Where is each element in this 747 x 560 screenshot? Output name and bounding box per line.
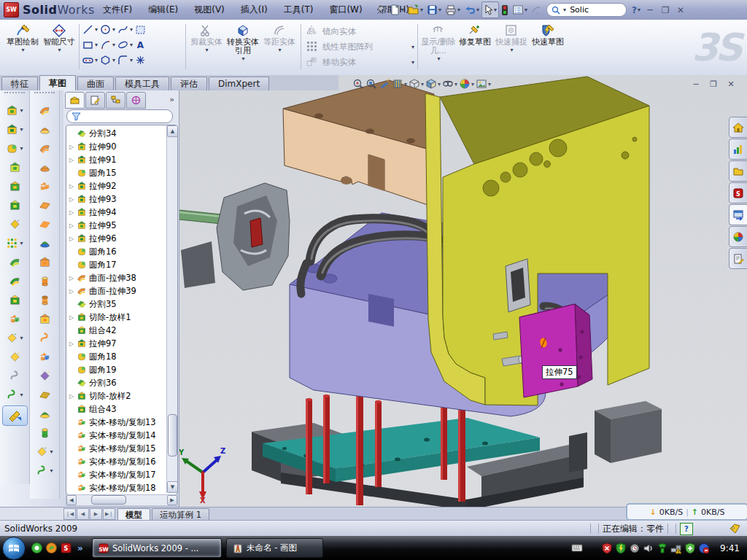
tree-item[interactable]: 实体-移动/复制16 — [66, 455, 166, 468]
hose-clip[interactable] — [506, 259, 530, 312]
open-button[interactable]: ▾ — [406, 2, 425, 18]
surfaces-tool-16[interactable] — [30, 404, 59, 423]
features-tool-4[interactable] — [0, 176, 29, 195]
tray-keyboard-icon[interactable] — [571, 542, 583, 554]
pin-button[interactable] — [374, 2, 387, 18]
tags-icon[interactable] — [728, 524, 741, 534]
menu-2[interactable]: 视图(V) — [186, 1, 233, 19]
ribbon-button-smart-dimension[interactable]: 智能尺寸 ▾ — [41, 22, 77, 71]
tree-item[interactable]: 圆角17 — [66, 258, 166, 271]
menu-1[interactable]: 编辑(E) — [140, 1, 186, 19]
cm-tab-1[interactable]: 草图 — [39, 75, 76, 90]
ribbon-button-repair-sketch[interactable]: 修复草图 — [457, 22, 493, 71]
tree-item[interactable]: 分割35 — [66, 298, 166, 311]
sketch-tool-select-box[interactable] — [134, 22, 152, 37]
tree-item[interactable]: 分割36 — [66, 376, 166, 389]
tab-first-button[interactable]: ❘◀ — [63, 508, 76, 520]
surfaces-tool-2[interactable] — [30, 139, 59, 158]
doc-restore-button[interactable]: ❐ — [707, 79, 720, 90]
magenta-block[interactable] — [519, 304, 592, 397]
minimize-button[interactable]: ─ — [643, 4, 657, 17]
tree-item[interactable]: 圆角19 — [66, 363, 166, 376]
cm-tab-5[interactable]: DimXpert — [209, 77, 269, 90]
doc-minimize-button[interactable]: ─ — [689, 79, 703, 90]
scroll-up-button[interactable]: ▲ — [167, 125, 178, 137]
task-pane-tab-design-library[interactable] — [729, 139, 747, 160]
ribbon-button-convert[interactable]: 转换实体引用 ▾ — [225, 22, 261, 71]
select-arrow-button[interactable]: ▾ — [481, 1, 499, 18]
tree-item[interactable]: 组合43 — [66, 402, 166, 416]
sketch-tool-polygon[interactable]: ▾ — [99, 52, 117, 68]
quicklaunch-app-icon[interactable] — [44, 540, 58, 556]
cm-tab-4[interactable]: 评估 — [171, 77, 207, 90]
expander-icon[interactable]: ▷ — [69, 236, 74, 242]
tree-item[interactable]: ▷拉伸94 — [66, 206, 166, 219]
ribbon-button-quick-snaps[interactable]: 快速捕捉 ▾ — [493, 22, 530, 71]
ribbon-button-rapid-sketch[interactable]: 快速草图 — [530, 22, 566, 71]
features-tool-3[interactable] — [0, 158, 29, 176]
features-tool-12[interactable]: ▾ — [0, 328, 29, 347]
tree-item[interactable]: 圆角16 — [66, 245, 166, 258]
scroll-down-button[interactable]: ▼ — [167, 481, 178, 493]
tray-shield-green-icon[interactable] — [615, 542, 627, 554]
surfaces-tool-7[interactable] — [30, 233, 59, 252]
surfaces-tool-4[interactable] — [30, 176, 59, 195]
tree-item[interactable]: 实体-移动/复制15 — [66, 442, 166, 455]
tree-item[interactable]: 实体-移动/复制17 — [66, 468, 166, 481]
tree-item[interactable]: 实体-移动/复制14 — [66, 429, 166, 442]
scroll-right-button[interactable]: ▶ — [167, 495, 177, 505]
features-tool-5[interactable] — [0, 195, 29, 214]
tray-updater-icon[interactable] — [698, 542, 710, 554]
tray-speaker-icon[interactable] — [643, 542, 654, 554]
expander-icon[interactable]: ▷ — [69, 288, 74, 295]
tree-item[interactable]: ▷拉伸96 — [66, 232, 166, 245]
ribbon-button-trim[interactable]: 剪裁实体 ▾ — [188, 22, 225, 71]
help-button[interactable]: ?▾ — [630, 2, 642, 18]
tree-filter-bar[interactable] — [66, 109, 173, 123]
ribbon-button-sketch[interactable]: 草图绘制 ▾ — [4, 22, 41, 71]
save-button[interactable]: ▾ — [425, 2, 443, 18]
sketch-tool-point[interactable] — [134, 52, 152, 68]
expander-icon[interactable]: ▷ — [69, 157, 74, 163]
tray-shield-plus-icon[interactable] — [684, 542, 696, 554]
tab-model[interactable]: 模型 — [117, 508, 150, 521]
undo-button[interactable]: ▾ — [462, 2, 481, 18]
tree-item[interactable]: 组合42 — [66, 324, 166, 337]
menu-5[interactable]: 窗口(W) — [321, 1, 370, 19]
ribbon-button-move-entities[interactable]: 移动实体 ▾ — [305, 55, 414, 70]
tray-gear-clock-icon[interactable] — [629, 542, 640, 554]
feature-manager-tab[interactable] — [65, 92, 85, 109]
network-speed-overlay[interactable]: ↓ 0KB/S | ↑ 0KB/S — [626, 503, 747, 521]
quicklaunch-chevron[interactable]: » — [73, 540, 88, 556]
tree-item[interactable]: 分割34 — [66, 127, 166, 140]
tree-item[interactable]: ▷拉伸92 — [66, 179, 166, 192]
surfaces-tool-6[interactable] — [30, 214, 59, 233]
surfaces-tool-8[interactable] — [30, 252, 59, 271]
tree-item[interactable]: ▷拉伸90 — [66, 140, 166, 153]
tree-item[interactable]: ▷切除-放样2 — [66, 389, 166, 402]
top-clamp-plate[interactable] — [283, 80, 434, 207]
sketch-tool-sketch-fillet[interactable]: ▾ — [117, 52, 134, 68]
features-tool-15[interactable]: ▾ — [0, 385, 29, 404]
surfaces-tool-17[interactable] — [30, 423, 59, 442]
configuration-manager-tab[interactable] — [106, 92, 125, 109]
options-button[interactable]: ▾ — [511, 2, 529, 18]
restore-button[interactable]: ❐ — [658, 4, 673, 17]
start-button[interactable] — [2, 537, 26, 560]
expander-icon[interactable]: ▷ — [69, 275, 74, 281]
expander-icon[interactable]: ▷ — [69, 144, 74, 150]
taskbar-clock[interactable]: 9:41 — [720, 543, 740, 553]
sketch-tool-line[interactable]: ▾ — [82, 22, 99, 37]
tray-network-warning-icon[interactable]: ! — [670, 542, 682, 554]
features-tool-2[interactable]: ▾ — [0, 139, 29, 158]
dimxpert-manager-tab[interactable] — [126, 92, 146, 109]
features-tool-1[interactable]: ▾ — [0, 120, 29, 139]
surfaces-tool-12[interactable] — [30, 328, 59, 347]
task-pane-tab-custom-properties[interactable] — [729, 248, 747, 269]
search-input[interactable] — [568, 4, 611, 15]
tree-item[interactable]: ▷拉伸91 — [66, 153, 166, 166]
property-manager-tab[interactable] — [85, 92, 105, 109]
sketch-tool-slot[interactable]: ▾ — [82, 52, 99, 68]
tree-vertical-scrollbar[interactable]: ▲ ▼ — [166, 125, 177, 493]
surfaces-tool-15[interactable] — [30, 385, 59, 404]
